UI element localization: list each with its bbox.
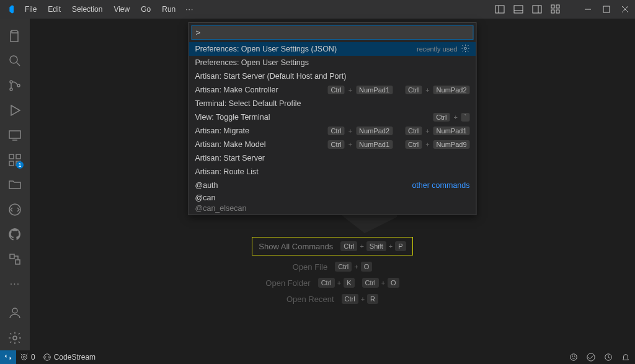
- window-close-icon[interactable]: [620, 4, 630, 14]
- key: NumPad1: [356, 140, 393, 149]
- svg-line-15: [17, 63, 20, 66]
- hint-label: Open Recent: [286, 295, 334, 304]
- codestream-icon[interactable]: [0, 197, 30, 222]
- command-item[interactable]: Preferences: Open User Settings: [189, 56, 476, 69]
- layout-bottom-icon[interactable]: [513, 4, 523, 14]
- key: Ctrl: [405, 127, 422, 135]
- command-item[interactable]: Artisan: MigrateCtrl+NumPad2Ctrl+NumPad1: [189, 124, 476, 138]
- layout-customize-icon[interactable]: [551, 4, 561, 14]
- key: NumPad1: [433, 127, 470, 135]
- extra-item[interactable]: @can: [189, 193, 476, 204]
- command-item[interactable]: Artisan: Make ControllerCtrl+NumPad1Ctrl…: [189, 83, 476, 97]
- ports-indicator[interactable]: 0: [20, 353, 35, 362]
- svg-rect-0: [495, 6, 504, 13]
- gear-icon[interactable]: [461, 44, 470, 54]
- remote-explorer-icon[interactable]: [0, 123, 30, 148]
- hint-show-all-commands: Show All Commands Ctrl+Shift+P: [252, 237, 412, 255]
- remote-indicator[interactable]: [0, 350, 16, 364]
- window-maximize-icon[interactable]: [602, 4, 611, 14]
- command-item[interactable]: Artisan: Start Server: [189, 151, 476, 165]
- command-palette-footer: @auth other commands: [189, 179, 476, 193]
- key: NumPad1: [356, 86, 393, 94]
- folder-icon[interactable]: [0, 172, 30, 197]
- svg-rect-8: [551, 10, 554, 13]
- hint-open-folder: Open Folder Ctrl+K Ctrl+O: [265, 278, 399, 288]
- svg-point-16: [10, 81, 12, 83]
- command-item[interactable]: View: Toggle TerminalCtrl+`: [189, 110, 476, 124]
- svg-point-17: [10, 88, 12, 91]
- settings-gear-icon[interactable]: [0, 326, 30, 350]
- key: Ctrl: [433, 113, 450, 122]
- title-controls: [495, 4, 630, 14]
- recently-used-label: recently used: [417, 45, 457, 53]
- svg-rect-26: [10, 254, 14, 259]
- status-bar: 0 CodeStream: [0, 350, 635, 364]
- svg-point-36: [571, 354, 577, 361]
- svg-point-28: [12, 308, 17, 313]
- extra-item[interactable]: @can_elsecan: [189, 204, 476, 215]
- svg-rect-22: [16, 154, 20, 159]
- prettier-icon[interactable]: [587, 353, 595, 362]
- command-label: Artisan: Make Controller: [195, 86, 278, 94]
- layout-right-icon[interactable]: [532, 4, 542, 14]
- layout-left-icon[interactable]: [495, 4, 505, 14]
- github-icon[interactable]: [0, 222, 30, 247]
- svg-rect-27: [16, 260, 20, 264]
- feedback-icon[interactable]: [569, 353, 578, 362]
- key: NumPad9: [433, 140, 470, 149]
- command-item[interactable]: Artisan: Start Server (Default Host and …: [189, 69, 476, 83]
- command-item[interactable]: Terminal: Select Default Profile: [189, 97, 476, 110]
- hint-open-recent: Open Recent Ctrl+R: [286, 294, 378, 304]
- command-palette-input[interactable]: [192, 25, 474, 40]
- codestream-status[interactable]: CodeStream: [43, 353, 95, 362]
- key: Ctrl: [405, 140, 422, 149]
- window-minimize-icon[interactable]: [583, 4, 593, 14]
- notifications-icon[interactable]: [621, 353, 630, 362]
- svg-rect-23: [9, 161, 14, 166]
- menu-go[interactable]: Go: [136, 2, 156, 16]
- menu-run[interactable]: Run: [157, 2, 180, 16]
- key: `: [461, 113, 470, 122]
- activity-bar: 1 ···: [0, 19, 30, 350]
- command-label: Artisan: Start Server: [195, 154, 265, 162]
- source-control-icon[interactable]: [0, 73, 30, 98]
- svg-point-37: [572, 356, 573, 357]
- menu-edit[interactable]: Edit: [43, 2, 66, 16]
- command-label: Terminal: Select Default Profile: [195, 99, 301, 108]
- command-palette-list: Preferences: Open User Settings (JSON)re…: [189, 42, 476, 179]
- svg-rect-7: [556, 5, 559, 8]
- svg-point-29: [13, 336, 17, 340]
- hint-label: Show All Commands: [259, 242, 333, 251]
- menu-bar: FileEditSelectionViewGoRun: [20, 2, 180, 16]
- editor-area: Show All Commands Ctrl+Shift+P Open File…: [30, 19, 635, 350]
- svg-rect-6: [551, 5, 554, 8]
- svg-point-32: [23, 356, 25, 358]
- svg-rect-21: [9, 154, 14, 159]
- command-item[interactable]: Artisan: Make ModelCtrl+NumPad1Ctrl+NumP…: [189, 138, 476, 151]
- menu-selection[interactable]: Selection: [67, 2, 107, 16]
- hint-open-file: Open File Ctrl+O: [293, 262, 372, 272]
- command-label: Preferences: Open User Settings: [195, 58, 309, 67]
- command-item[interactable]: Artisan: Route List: [189, 165, 476, 179]
- explorer-icon[interactable]: [0, 24, 30, 48]
- svg-point-30: [464, 47, 467, 50]
- search-icon[interactable]: [0, 48, 30, 73]
- extensions-icon[interactable]: 1: [0, 148, 30, 172]
- key: Ctrl: [328, 140, 345, 149]
- footer-label[interactable]: @auth: [195, 181, 218, 190]
- titlebar: FileEditSelectionViewGoRun ···: [0, 0, 635, 19]
- activity-overflow-icon[interactable]: ···: [0, 272, 30, 296]
- menu-overflow[interactable]: ···: [180, 2, 198, 16]
- welcome-hints: Show All Commands Ctrl+Shift+P Open File…: [30, 237, 635, 304]
- golive-icon[interactable]: [604, 353, 613, 362]
- key: Ctrl: [328, 127, 345, 135]
- run-debug-icon[interactable]: [0, 98, 30, 123]
- menu-view[interactable]: View: [109, 2, 135, 16]
- hint-label: Open Folder: [265, 278, 310, 288]
- menu-file[interactable]: File: [20, 2, 42, 16]
- key: Ctrl: [405, 86, 422, 94]
- other-commands-link[interactable]: other commands: [412, 181, 469, 190]
- command-item[interactable]: Preferences: Open User Settings (JSON)re…: [189, 42, 476, 56]
- database-icon[interactable]: [0, 247, 30, 272]
- accounts-icon[interactable]: [0, 301, 30, 326]
